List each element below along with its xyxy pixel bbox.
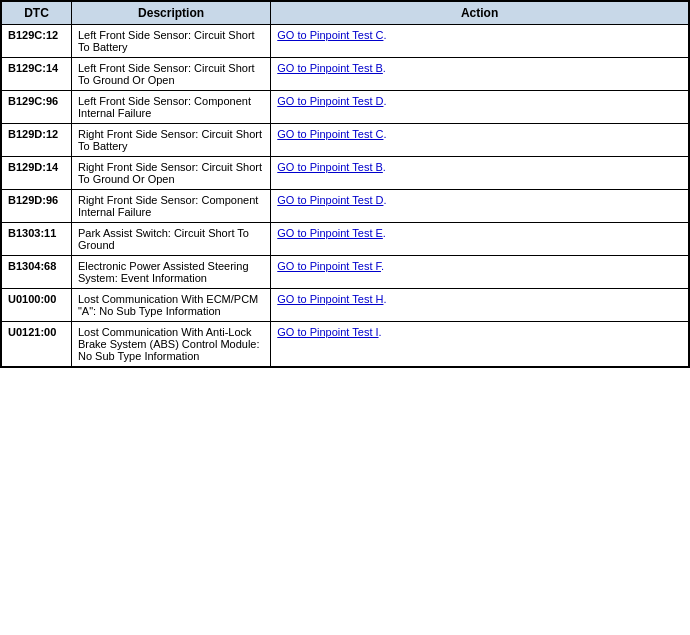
dtc-table-container: DTC Description Action B129C:12Left Fron… <box>0 0 690 368</box>
dtc-cell: B1304:68 <box>2 256 72 289</box>
table-row: B129C:14Left Front Side Sensor: Circuit … <box>2 58 689 91</box>
description-cell: Right Front Side Sensor: Circuit Short T… <box>71 157 270 190</box>
table-row: B129D:96Right Front Side Sensor: Compone… <box>2 190 689 223</box>
pinpoint-test-link[interactable]: GO to Pinpoint Test B <box>277 62 383 74</box>
pinpoint-test-link[interactable]: GO to Pinpoint Test I <box>277 326 378 338</box>
dtc-cell: B129D:14 <box>2 157 72 190</box>
pinpoint-test-link[interactable]: GO to Pinpoint Test D <box>277 194 383 206</box>
table-row: B129C:96Left Front Side Sensor: Componen… <box>2 91 689 124</box>
dtc-cell: B129D:12 <box>2 124 72 157</box>
dtc-cell: U0121:00 <box>2 322 72 367</box>
pinpoint-test-link[interactable]: GO to Pinpoint Test D <box>277 95 383 107</box>
description-cell: Lost Communication With Anti-Lock Brake … <box>71 322 270 367</box>
dtc-cell: U0100:00 <box>2 289 72 322</box>
dtc-cell: B1303:11 <box>2 223 72 256</box>
description-cell: Right Front Side Sensor: Component Inter… <box>71 190 270 223</box>
description-cell: Left Front Side Sensor: Circuit Short To… <box>71 58 270 91</box>
description-cell: Park Assist Switch: Circuit Short To Gro… <box>71 223 270 256</box>
action-cell: GO to Pinpoint Test E. <box>271 223 689 256</box>
table-row: U0100:00Lost Communication With ECM/PCM … <box>2 289 689 322</box>
action-cell: GO to Pinpoint Test I. <box>271 322 689 367</box>
description-cell: Lost Communication With ECM/PCM "A": No … <box>71 289 270 322</box>
action-cell: GO to Pinpoint Test C. <box>271 25 689 58</box>
pinpoint-test-link[interactable]: GO to Pinpoint Test C <box>277 29 383 41</box>
pinpoint-test-link[interactable]: GO to Pinpoint Test H <box>277 293 383 305</box>
pinpoint-test-link[interactable]: GO to Pinpoint Test F <box>277 260 381 272</box>
action-cell: GO to Pinpoint Test B. <box>271 58 689 91</box>
pinpoint-test-link[interactable]: GO to Pinpoint Test C <box>277 128 383 140</box>
table-row: B129D:12Right Front Side Sensor: Circuit… <box>2 124 689 157</box>
description-column-header: Description <box>71 2 270 25</box>
description-cell: Left Front Side Sensor: Circuit Short To… <box>71 25 270 58</box>
description-cell: Electronic Power Assisted Steering Syste… <box>71 256 270 289</box>
action-cell: GO to Pinpoint Test F. <box>271 256 689 289</box>
dtc-cell: B129C:96 <box>2 91 72 124</box>
action-cell: GO to Pinpoint Test D. <box>271 91 689 124</box>
dtc-column-header: DTC <box>2 2 72 25</box>
table-row: B129D:14Right Front Side Sensor: Circuit… <box>2 157 689 190</box>
action-cell: GO to Pinpoint Test C. <box>271 124 689 157</box>
table-row: B1303:11Park Assist Switch: Circuit Shor… <box>2 223 689 256</box>
dtc-cell: B129D:96 <box>2 190 72 223</box>
action-cell: GO to Pinpoint Test H. <box>271 289 689 322</box>
action-cell: GO to Pinpoint Test B. <box>271 157 689 190</box>
dtc-table: DTC Description Action B129C:12Left Fron… <box>1 1 689 367</box>
table-row: B129C:12Left Front Side Sensor: Circuit … <box>2 25 689 58</box>
description-cell: Right Front Side Sensor: Circuit Short T… <box>71 124 270 157</box>
pinpoint-test-link[interactable]: GO to Pinpoint Test B <box>277 161 383 173</box>
pinpoint-test-link[interactable]: GO to Pinpoint Test E <box>277 227 383 239</box>
dtc-cell: B129C:12 <box>2 25 72 58</box>
action-column-header: Action <box>271 2 689 25</box>
action-cell: GO to Pinpoint Test D. <box>271 190 689 223</box>
table-row: U0121:00Lost Communication With Anti-Loc… <box>2 322 689 367</box>
table-row: B1304:68Electronic Power Assisted Steeri… <box>2 256 689 289</box>
dtc-cell: B129C:14 <box>2 58 72 91</box>
description-cell: Left Front Side Sensor: Component Intern… <box>71 91 270 124</box>
